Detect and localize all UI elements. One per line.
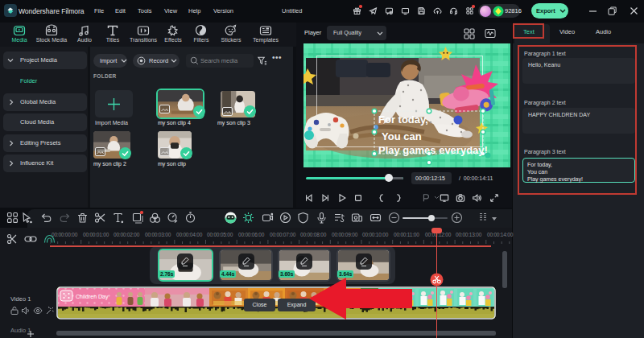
svg-text:Children Day: Children Day	[76, 294, 109, 300]
svg-text:You can: You can	[382, 130, 422, 142]
svg-text:Play games everyday!: Play games everyday!	[378, 144, 488, 156]
svg-text:For today,: For today,	[378, 113, 428, 126]
